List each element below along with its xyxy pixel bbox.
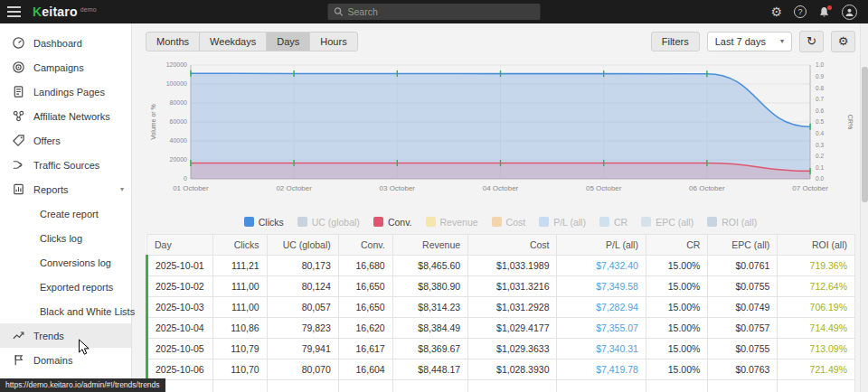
col-header-epc-all[interactable]: EPC (all) <box>708 234 778 255</box>
cell-conv: 16,617 <box>338 338 392 359</box>
col-header-cr[interactable]: CR <box>646 234 707 255</box>
cell-epc-all: $0.0763 <box>708 359 778 379</box>
svg-text:0.5: 0.5 <box>816 118 824 125</box>
legend-label: ROI (all) <box>722 217 757 228</box>
cell-p-l-all: $7,340.31 <box>557 338 646 359</box>
cell-cost: $1,031.3216 <box>468 275 557 296</box>
legend-item-cr[interactable]: CR <box>599 217 627 228</box>
sidebar-item-label: Trends <box>33 331 64 341</box>
sidebar-item-exported-reports[interactable]: Exported reports <box>0 275 131 299</box>
sidebar-item-affiliate-networks[interactable]: Affiliate Networks <box>0 104 131 128</box>
help-icon[interactable]: ? <box>794 5 807 18</box>
sidebar-item-label: Conversions log <box>40 257 111 268</box>
period-tab-months[interactable]: Months <box>146 32 200 51</box>
sidebar-item-trends[interactable]: Trends <box>0 323 131 348</box>
cell-roi-all: 719.36% <box>778 255 855 275</box>
sidebar-item-traffic-sources[interactable]: Traffic Sources <box>0 153 131 177</box>
table-row[interactable]: 2025-10-06110,7080,07016,604$8,448.17$1,… <box>147 359 855 379</box>
legend-item-conv[interactable]: Conv. <box>373 217 412 228</box>
trends-table-wrap: DayClicksUC (global)Conv.RevenueCostP/L … <box>146 234 855 392</box>
settings-gear-icon[interactable]: ⚙ <box>770 5 782 18</box>
col-header-conv[interactable]: Conv. <box>338 234 392 255</box>
table-row[interactable]: 2025-10-01111,2180,17316,680$8,465.60$1,… <box>147 255 855 275</box>
svg-text:03 October: 03 October <box>380 184 416 192</box>
cell-conv: 16,650 <box>338 296 392 317</box>
search-box[interactable] <box>328 4 541 20</box>
topbar: Keitarodemo ⚙ ? <box>0 0 868 23</box>
legend-label: EPC (all) <box>656 217 693 228</box>
table-row[interactable]: 2025-10-03111,0080,05716,650$8,314.23$1,… <box>147 296 855 317</box>
svg-text:100000: 100000 <box>166 80 187 87</box>
search-input[interactable] <box>348 6 541 17</box>
cell-epc-all: $0.0761 <box>708 255 778 275</box>
refresh-icon: ↻ <box>807 34 816 48</box>
period-tab-weekdays[interactable]: Weekdays <box>199 32 267 51</box>
cell-epc-all: $0.0755 <box>708 338 778 359</box>
svg-text:Volume or %: Volume or % <box>150 104 156 140</box>
sidebar-item-reports[interactable]: Reports▾ <box>0 177 131 201</box>
sidebar-item-create-report[interactable]: Create report <box>0 201 131 226</box>
table-row[interactable]: 2025-10-04110,8679,82316,620$8,384.49$1,… <box>147 317 855 338</box>
col-header-day[interactable]: Day <box>147 234 213 255</box>
date-range-value: Last 7 days <box>715 36 766 47</box>
sidebar-item-conversions-log[interactable]: Conversions log <box>0 250 131 275</box>
sidebar-item-label: Domains <box>33 355 72 366</box>
cell-clicks: 111,00 <box>212 275 267 296</box>
legend-item-uc-global[interactable]: UC (global) <box>297 217 360 228</box>
table-row[interactable]: 2025-10-05110,7979,94116,617$8,369.67$1,… <box>147 338 855 359</box>
period-tab-hours[interactable]: Hours <box>309 32 357 51</box>
cell-p-l-all: $7,432.40 <box>557 255 646 275</box>
sidebar-item-offers[interactable]: Offers <box>0 128 131 153</box>
app-logo[interactable]: Keitarodemo <box>33 5 97 19</box>
cell-day: 2025-10-03 <box>147 296 213 317</box>
legend-swatch <box>707 217 717 227</box>
scrollbar-thumb[interactable] <box>862 67 868 202</box>
cell-day: 2025-10-02 <box>147 275 213 296</box>
legend-item-cost[interactable]: Cost <box>492 217 526 228</box>
col-header-clicks[interactable]: Clicks <box>212 234 267 255</box>
main-content: MonthsWeekdaysDaysHours Filters Last 7 d… <box>133 23 868 392</box>
sidebar-item-domains[interactable]: Domains <box>0 348 131 372</box>
col-header-revenue[interactable]: Revenue <box>392 234 467 255</box>
sidebar-item-campaigns[interactable]: Campaigns <box>0 55 131 79</box>
legend-item-clicks[interactable]: Clicks <box>244 217 284 228</box>
filters-button[interactable]: Filters <box>651 32 700 51</box>
svg-text:0.3: 0.3 <box>816 141 824 147</box>
date-range-select[interactable]: Last 7 days ▾ <box>707 32 792 51</box>
cell-uc-global: 80,173 <box>267 255 338 275</box>
notifications-bell-icon[interactable] <box>818 6 830 18</box>
cell-revenue: $8,465.60 <box>392 255 467 275</box>
svg-text:60000: 60000 <box>170 118 188 125</box>
table-row-partial[interactable] <box>147 379 855 392</box>
logo-k: K <box>33 5 42 19</box>
legend-item-roi-all[interactable]: ROI (all) <box>707 217 757 228</box>
cell-empty <box>338 379 392 392</box>
sidebar-item-black-and-white-lists[interactable]: Black and White Lists <box>0 299 131 323</box>
cell-revenue: $8,448.17 <box>392 359 467 379</box>
legend-swatch <box>426 217 436 227</box>
period-tab-days[interactable]: Days <box>266 32 310 51</box>
menu-icon[interactable] <box>0 0 27 23</box>
col-header-p-l-all[interactable]: P/L (all) <box>557 234 646 255</box>
chevron-down-icon: ▾ <box>780 37 784 45</box>
page-scrollbar[interactable] <box>860 23 868 392</box>
refresh-button[interactable]: ↻ <box>799 31 824 52</box>
col-header-roi-all[interactable]: ROI (all) <box>778 234 855 255</box>
col-header-cost[interactable]: Cost <box>468 234 557 255</box>
chart-settings-button[interactable]: ⚙ <box>831 31 855 52</box>
sidebar-item-clicks-log[interactable]: Clicks log <box>0 226 131 250</box>
table-row[interactable]: 2025-10-02111,0080,12416,650$8,380.90$1,… <box>147 275 855 296</box>
cell-empty <box>212 379 267 392</box>
sidebar-item-dashboard[interactable]: Dashboard <box>0 31 131 55</box>
svg-text:01 October: 01 October <box>173 184 209 192</box>
cell-conv: 16,680 <box>338 255 392 275</box>
col-header-uc-global[interactable]: UC (global) <box>267 234 338 255</box>
cell-uc-global: 79,823 <box>267 317 338 338</box>
account-avatar-icon[interactable] <box>842 5 857 20</box>
legend-item-p-l-all[interactable]: P/L (all) <box>539 217 586 228</box>
svg-text:0.2: 0.2 <box>816 153 824 159</box>
legend-item-epc-all[interactable]: EPC (all) <box>641 217 693 228</box>
legend-item-revenue[interactable]: Revenue <box>426 217 478 228</box>
sidebar-item-landings-pages[interactable]: Landings Pages <box>0 79 131 104</box>
cell-clicks: 110,86 <box>212 317 267 338</box>
